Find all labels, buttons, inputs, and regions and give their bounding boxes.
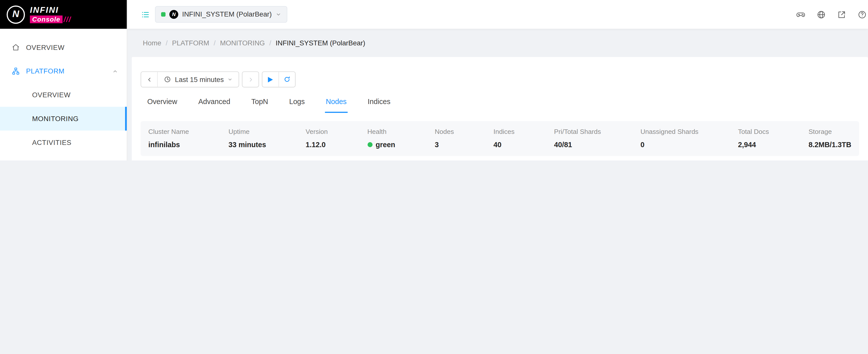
tab-overview[interactable]: Overview: [146, 96, 178, 113]
sidebar-item-label: OVERVIEW: [26, 43, 64, 51]
sidebar-subitem-activities[interactable]: ACTIVITIES: [0, 131, 127, 155]
brand-product: Console: [30, 15, 62, 23]
app-window: N INFINI Console /// OVERVIEW PLATFORM O…: [0, 0, 868, 160]
help-icon[interactable]: [858, 10, 867, 19]
cluster-selector[interactable]: N INFINI_SYSTEM (PolarBear): [155, 6, 287, 23]
stat-storage: Storage 8.2MB/1.3TB: [809, 128, 851, 149]
time-controls: Last 15 minutes: [141, 71, 859, 88]
breadcrumb: Home / PLATFORM / MONITORING / INFINI_SY…: [143, 39, 868, 47]
brand-wordmark: INFINI Console ///: [30, 5, 71, 23]
external-window-icon[interactable]: [837, 10, 846, 19]
refresh-button[interactable]: [279, 72, 295, 87]
cluster-icon: [11, 67, 20, 75]
time-next-button[interactable]: [243, 72, 259, 87]
sidebar-nav: OVERVIEW PLATFORM OVERVIEW MONITORING AC…: [0, 29, 127, 160]
tab-indices[interactable]: Indices: [367, 96, 392, 113]
clock-icon: [164, 76, 171, 83]
globe-icon[interactable]: [816, 10, 826, 19]
auto-refresh-play-button[interactable]: [262, 72, 278, 87]
breadcrumb-current: INFINI_SYSTEM (PolarBear): [276, 39, 365, 47]
list-icon[interactable]: [141, 10, 150, 19]
stat-nodes: Nodes 3: [435, 128, 454, 149]
sidebar-subitem-overview[interactable]: OVERVIEW: [0, 83, 127, 107]
breadcrumb-monitoring[interactable]: MONITORING: [220, 39, 265, 47]
stat-health: Health green: [367, 128, 395, 149]
stat-total-docs: Total Docs 2,944: [738, 128, 769, 149]
topbar: N INFINI_SYSTEM (PolarBear): [127, 0, 868, 29]
health-dot: [367, 142, 372, 147]
stat-cluster-name: Cluster Name infinilabs: [148, 128, 189, 149]
breadcrumb-separator: /: [166, 39, 168, 47]
chevron-down-icon: [276, 11, 281, 17]
infini-logo-icon: N: [169, 10, 178, 19]
breadcrumb-home[interactable]: Home: [143, 39, 161, 47]
breadcrumb-separator: /: [214, 39, 216, 47]
home-icon: [11, 43, 20, 52]
sidebar-subitem-label: MONITORING: [32, 115, 79, 123]
sidebar-item-label: PLATFORM: [26, 67, 64, 75]
stat-shards: Pri/Total Shards 40/81: [554, 128, 601, 149]
sidebar-item-overview[interactable]: OVERVIEW: [0, 35, 127, 59]
tab-bar: Overview Advanced TopN Logs Nodes Indice…: [141, 96, 859, 113]
stat-version: Version 1.12.0: [306, 128, 328, 149]
time-range-selector[interactable]: Last 15 minutes: [157, 72, 239, 87]
stat-unassigned-shards: Unassigned Shards 0: [641, 128, 699, 149]
tab-topn[interactable]: TopN: [250, 96, 269, 113]
breadcrumb-platform[interactable]: PLATFORM: [172, 39, 209, 47]
main-content: Home / PLATFORM / MONITORING / INFINI_SY…: [127, 29, 868, 160]
cluster-selector-label: INFINI_SYSTEM (PolarBear): [182, 10, 272, 18]
breadcrumb-separator: /: [269, 39, 271, 47]
chevron-up-icon: [113, 68, 118, 74]
brand-name: INFINI: [30, 5, 71, 14]
sidebar-subitem-monitoring[interactable]: MONITORING: [0, 107, 127, 131]
cluster-stats-bar: Cluster Name infinilabs Uptime 33 minute…: [141, 121, 859, 156]
sidebar-subitem-label: ACTIVITIES: [32, 139, 71, 147]
tab-nodes[interactable]: Nodes: [324, 96, 348, 113]
sidebar-item-platform[interactable]: PLATFORM: [0, 59, 127, 83]
time-prev-button[interactable]: [141, 72, 157, 87]
sidebar-item-data-manage[interactable]: DATA MANAGE: [0, 155, 127, 160]
brand-slashes: ///: [63, 16, 71, 23]
play-icon: [268, 77, 273, 82]
sidebar-subitem-label: OVERVIEW: [32, 91, 70, 99]
sidebar: N INFINI Console /// OVERVIEW PLATFORM O…: [0, 0, 127, 160]
stat-indices: Indices 40: [493, 128, 515, 149]
brand-logo[interactable]: N INFINI Console ///: [0, 0, 127, 29]
monitoring-card: Last 15 minutes Overview Advanced TopN: [132, 57, 868, 160]
stat-uptime: Uptime 33 minutes: [228, 128, 266, 149]
cluster-health-indicator: [161, 12, 165, 17]
time-range-label: Last 15 minutes: [175, 75, 224, 83]
tab-logs[interactable]: Logs: [288, 96, 306, 113]
tab-advanced[interactable]: Advanced: [197, 96, 231, 113]
infini-logo-icon: N: [6, 5, 25, 24]
chevron-down-icon: [227, 77, 232, 82]
gamepad-icon[interactable]: [796, 10, 806, 19]
